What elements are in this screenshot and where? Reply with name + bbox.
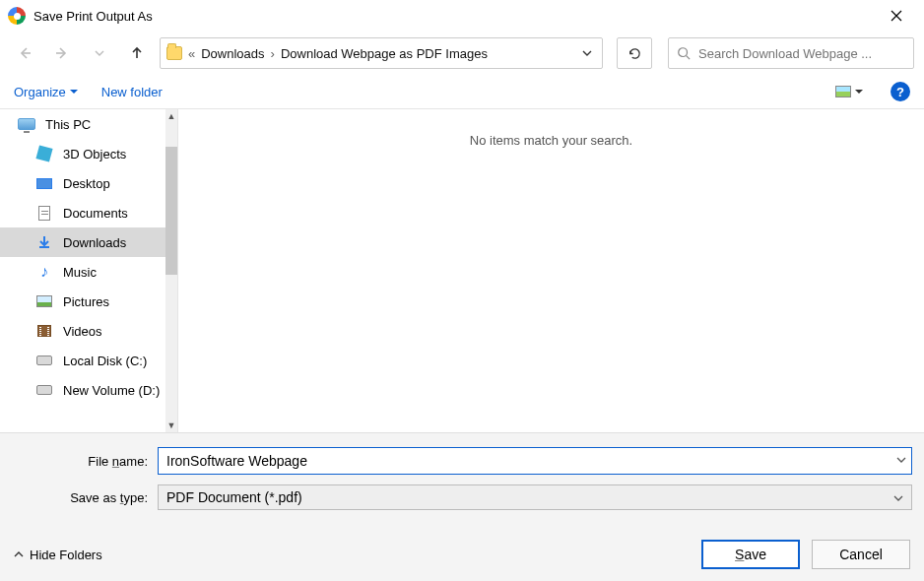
- refresh-button[interactable]: [617, 37, 652, 69]
- sidebar-item-downloads[interactable]: Downloads: [0, 227, 165, 257]
- new-folder-button[interactable]: New folder: [101, 85, 163, 99]
- recent-locations-button[interactable]: [85, 38, 114, 68]
- sidebar-item-music[interactable]: ♪Music: [0, 257, 165, 287]
- disk-icon: [35, 353, 53, 368]
- chevron-down-icon: [893, 490, 903, 506]
- search-icon: [677, 46, 691, 60]
- scroll-up-arrow[interactable]: ▲: [165, 109, 177, 123]
- sidebar-item-label: Pictures: [63, 294, 109, 309]
- hide-folders-button[interactable]: Hide Folders: [14, 548, 102, 562]
- sidebar: This PC3D ObjectsDesktopDocumentsDownloa…: [0, 109, 177, 432]
- sidebar-item-label: New Volume (D:): [63, 383, 160, 398]
- nav-row: « Downloads › Download Webpage as PDF Im…: [0, 32, 924, 75]
- 3d-icon: [35, 146, 53, 161]
- sidebar-item-documents[interactable]: Documents: [0, 198, 165, 227]
- toolbar: Organize New folder ?: [0, 75, 924, 108]
- sidebar-item-new-volume-d-[interactable]: New Volume (D:): [0, 375, 165, 405]
- window-title: Save Print Output As: [33, 9, 877, 24]
- forward-button[interactable]: [47, 38, 77, 68]
- hide-folders-label: Hide Folders: [30, 548, 102, 562]
- filename-label: File name:: [12, 454, 158, 469]
- chevron-down-icon: [95, 48, 104, 58]
- breadcrumb-item-0[interactable]: Downloads: [201, 46, 264, 61]
- sidebar-item-label: This PC: [45, 117, 91, 132]
- desktop-icon: [35, 175, 53, 191]
- cancel-label: Cancel: [839, 547, 883, 562]
- save-button[interactable]: Save: [701, 540, 800, 569]
- breadcrumb-history-chevron[interactable]: «: [188, 46, 195, 61]
- scrollbar-thumb[interactable]: [165, 147, 177, 275]
- new-folder-label: New folder: [101, 85, 163, 99]
- organize-label: Organize: [14, 85, 66, 99]
- breadcrumb-separator: ›: [271, 46, 275, 61]
- pic-icon: [35, 293, 53, 309]
- music-icon: ♪: [35, 264, 53, 280]
- sidebar-item-label: Music: [63, 265, 97, 280]
- svg-point-0: [679, 48, 688, 57]
- main-area: This PC3D ObjectsDesktopDocumentsDownloa…: [0, 108, 924, 432]
- chevron-up-icon: [14, 549, 24, 559]
- doc-icon: [35, 205, 53, 221]
- pc-icon: [18, 116, 35, 132]
- breadcrumb-item-1[interactable]: Download Webpage as PDF Images: [281, 46, 488, 61]
- view-options-button[interactable]: [831, 84, 867, 99]
- refresh-icon: [627, 46, 642, 61]
- arrow-left-icon: [17, 45, 33, 61]
- save-as-type-select[interactable]: PDF Document (*.pdf): [158, 484, 912, 510]
- breadcrumb-dropdown[interactable]: [578, 46, 596, 61]
- disk-icon: [35, 382, 53, 398]
- file-list-area[interactable]: No items match your search.: [177, 109, 924, 432]
- sidebar-item-label: Downloads: [63, 235, 126, 250]
- sidebar-item-this-pc[interactable]: This PC: [0, 109, 165, 139]
- save-form: File name: Save as type: PDF Document (*…: [0, 432, 924, 522]
- caret-down-icon: [70, 88, 78, 96]
- sidebar-item-label: 3D Objects: [63, 147, 126, 161]
- close-button[interactable]: [877, 2, 916, 30]
- breadcrumb-bar[interactable]: « Downloads › Download Webpage as PDF Im…: [160, 37, 603, 69]
- sidebar-item-label: Videos: [63, 324, 102, 339]
- organize-button[interactable]: Organize: [14, 85, 78, 99]
- sidebar-item-label: Documents: [63, 206, 128, 221]
- sidebar-item-pictures[interactable]: Pictures: [0, 287, 165, 316]
- chrome-icon: [8, 7, 26, 25]
- empty-message: No items match your search.: [470, 133, 632, 148]
- back-button[interactable]: [10, 38, 39, 68]
- sidebar-item-desktop[interactable]: Desktop: [0, 168, 165, 198]
- vid-icon: [35, 323, 53, 339]
- arrow-up-icon: [129, 45, 145, 61]
- save-as-type-value: PDF Document (*.pdf): [166, 489, 302, 505]
- sidebar-item-videos[interactable]: Videos: [0, 316, 165, 346]
- footer: Hide Folders Save Cancel: [0, 522, 924, 581]
- caret-down-icon: [855, 88, 863, 96]
- sidebar-item-label: Local Disk (C:): [63, 354, 147, 368]
- save-as-type-label: Save as type:: [12, 490, 158, 505]
- filename-input[interactable]: [158, 447, 912, 475]
- titlebar: Save Print Output As: [0, 0, 924, 32]
- help-button[interactable]: ?: [891, 82, 910, 101]
- scroll-down-arrow[interactable]: ▼: [165, 419, 177, 432]
- search-input[interactable]: [698, 46, 905, 61]
- up-button[interactable]: [122, 38, 152, 68]
- sidebar-item-label: Desktop: [63, 176, 110, 191]
- arrow-right-icon: [54, 45, 70, 61]
- search-box[interactable]: [668, 37, 914, 69]
- close-icon: [891, 10, 902, 22]
- dl-icon: [35, 234, 53, 250]
- folder-icon: [166, 46, 182, 60]
- sidebar-item-3d-objects[interactable]: 3D Objects: [0, 139, 165, 168]
- sidebar-item-local-disk-c-[interactable]: Local Disk (C:): [0, 346, 165, 375]
- image-view-icon: [835, 86, 851, 97]
- chevron-down-icon: [582, 48, 592, 58]
- cancel-button[interactable]: Cancel: [812, 540, 910, 569]
